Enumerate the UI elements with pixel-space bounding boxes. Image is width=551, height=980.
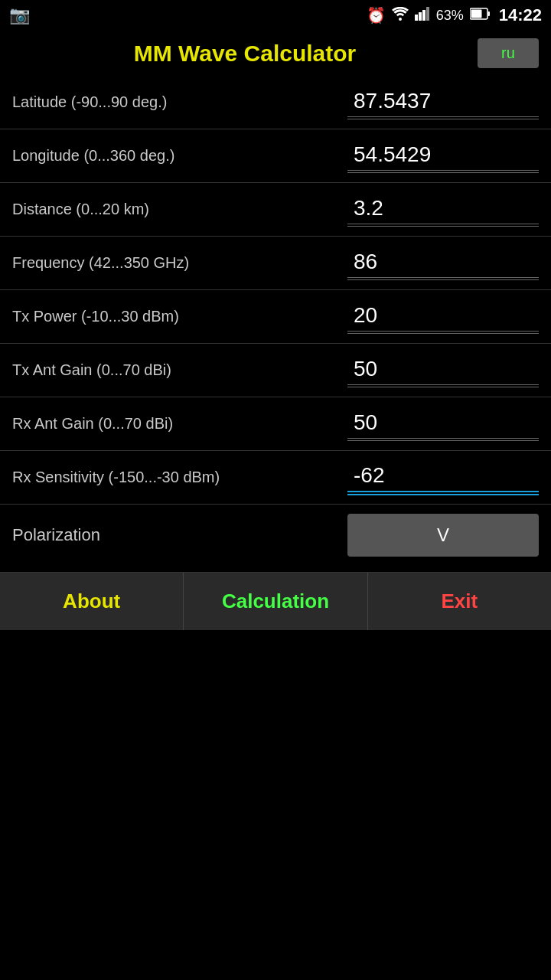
input-tx_ant_gain[interactable]: [347, 354, 539, 385]
field-row-frequency: Frequency (42...350 GHz): [0, 237, 551, 290]
svg-rect-0: [415, 15, 418, 21]
about-button[interactable]: About: [0, 573, 184, 630]
label-distance: Distance (0...20 km): [12, 201, 347, 218]
field-row-rx_ant_gain: Rx Ant Gain (0...70 dBi): [0, 397, 551, 451]
svg-rect-3: [426, 7, 429, 21]
calculation-button[interactable]: Calculation: [184, 573, 367, 630]
input-longitude[interactable]: [347, 139, 539, 171]
svg-rect-5: [487, 11, 490, 16]
battery-icon: [470, 8, 490, 24]
status-bar: 📷 ⏰ 63% 14:22: [0, 0, 551, 31]
svg-rect-1: [419, 12, 422, 21]
bottom-buttons: About Calculation Exit: [0, 572, 551, 630]
input-latitude[interactable]: [347, 86, 539, 117]
field-row-distance: Distance (0...20 km): [0, 183, 551, 237]
label-longitude: Longitude (0...360 deg.): [12, 147, 347, 165]
field-row-longitude: Longitude (0...360 deg.): [0, 129, 551, 183]
input-rx_sensitivity[interactable]: [347, 460, 539, 492]
wifi-icon: [392, 7, 409, 24]
field-row-tx_ant_gain: Tx Ant Gain (0...70 dBi): [0, 344, 551, 397]
input-rx_ant_gain[interactable]: [347, 407, 539, 439]
exit-button[interactable]: Exit: [368, 573, 551, 630]
field-row-latitude: Latitude (-90...90 deg.): [0, 76, 551, 129]
field-row-tx_power: Tx Power (-10...30 dBm): [0, 290, 551, 344]
field-row-rx_sensitivity: Rx Sensitivity (-150...-30 dBm): [0, 451, 551, 505]
label-tx_power: Tx Power (-10...30 dBm): [12, 308, 347, 325]
label-latitude: Latitude (-90...90 deg.): [12, 93, 347, 111]
camera-icon: 📷: [9, 5, 30, 25]
app-header: MM Wave Calculator ru: [0, 31, 551, 76]
label-rx_ant_gain: Rx Ant Gain (0...70 dBi): [12, 415, 347, 433]
status-time: 14:22: [499, 5, 542, 25]
label-rx_sensitivity: Rx Sensitivity (-150...-30 dBm): [12, 469, 347, 486]
svg-rect-6: [471, 9, 481, 18]
alarm-icon: ⏰: [367, 6, 386, 24]
label-frequency: Frequency (42...350 GHz): [12, 254, 347, 272]
input-frequency[interactable]: [347, 247, 539, 278]
app-title: MM Wave Calculator: [12, 41, 478, 67]
lang-button[interactable]: ru: [478, 38, 539, 68]
svg-rect-2: [422, 10, 425, 21]
polarization-button[interactable]: V: [347, 514, 539, 557]
input-tx_power[interactable]: [347, 300, 539, 332]
label-tx_ant_gain: Tx Ant Gain (0...70 dBi): [12, 361, 347, 379]
signal-icon: [415, 7, 430, 24]
input-distance[interactable]: [347, 193, 539, 224]
polarization-row: Polarization V: [0, 505, 551, 566]
polarization-label: Polarization: [12, 525, 347, 545]
form-area: Latitude (-90...90 deg.)Longitude (0...3…: [0, 76, 551, 566]
battery-percentage: 63%: [436, 8, 464, 24]
